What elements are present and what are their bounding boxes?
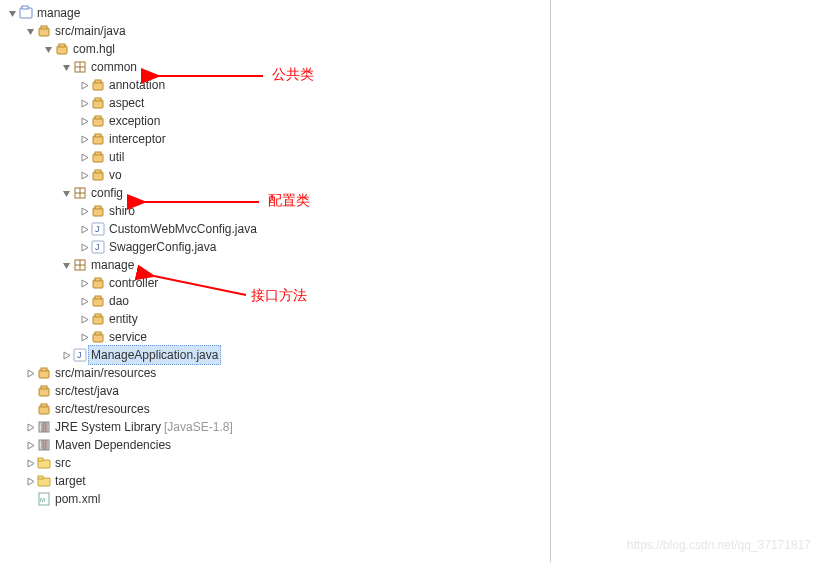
tree-item-exception[interactable]: exception [6, 112, 825, 130]
pkg-icon [90, 293, 106, 309]
tree-item-dao[interactable]: dao [6, 292, 825, 310]
pkg-icon [90, 77, 106, 93]
pkg-icon [90, 203, 106, 219]
pkg-icon [90, 167, 106, 183]
chevron-right-icon[interactable] [78, 153, 90, 162]
chevron-right-icon[interactable] [78, 243, 90, 252]
tree-item-manage[interactable]: manage [6, 4, 825, 22]
tree-item-src-main-resources[interactable]: src/main/resources [6, 364, 825, 382]
tree-item-label: src/test/java [55, 382, 119, 400]
tree-item-label: ManageApplication.java [88, 345, 221, 365]
tree-item-label: vo [109, 166, 122, 184]
tree-item-jre-system-library[interactable]: JRE System Library[JavaSE-1.8] [6, 418, 825, 436]
tree-item-util[interactable]: util [6, 148, 825, 166]
chevron-right-icon[interactable] [78, 99, 90, 108]
svg-rect-20 [95, 170, 101, 173]
chevron-right-icon[interactable] [78, 333, 90, 342]
tree-item-config[interactable]: config [6, 184, 825, 202]
tree-item-entity[interactable]: entity [6, 310, 825, 328]
tree-item-label: JRE System Library [55, 418, 161, 436]
chevron-down-icon[interactable] [60, 189, 72, 198]
chevron-right-icon[interactable] [78, 171, 90, 180]
svg-rect-16 [95, 134, 101, 137]
chevron-right-icon[interactable] [78, 135, 90, 144]
tree-item-src-main-java[interactable]: src/main/java [6, 22, 825, 40]
pane-divider[interactable] [550, 0, 551, 562]
watermark: https://blog.csdn.net/qq_37171817 [627, 538, 811, 552]
tree-item-annotation[interactable]: annotation [6, 76, 825, 94]
tree-item-com-hgl[interactable]: com.hgl [6, 40, 825, 58]
svg-rect-12 [95, 98, 101, 101]
svg-line-63 [154, 276, 246, 295]
chevron-down-icon[interactable] [60, 63, 72, 72]
pkg-icon [36, 401, 52, 417]
tree-item-src-test-java[interactable]: src/test/java [6, 382, 825, 400]
chevron-right-icon[interactable] [24, 441, 36, 450]
pkg-icon [90, 149, 106, 165]
svg-rect-51 [47, 422, 49, 432]
tree-item-label: Maven Dependencies [55, 436, 171, 454]
java-icon: J [72, 347, 88, 363]
svg-text:J: J [95, 242, 100, 252]
chevron-right-icon[interactable] [78, 297, 90, 306]
prj-icon [18, 5, 34, 21]
tree-item-maven-dependencies[interactable]: Maven Dependencies [6, 436, 825, 454]
tree-item-hint: [JavaSE-1.8] [164, 418, 233, 436]
chevron-right-icon[interactable] [78, 315, 90, 324]
chevron-down-icon[interactable] [60, 261, 72, 270]
svg-rect-44 [41, 368, 47, 371]
tree-item-src[interactable]: src [6, 454, 825, 472]
tree-item-shiro[interactable]: shiro [6, 202, 825, 220]
svg-rect-3 [41, 26, 47, 29]
chevron-right-icon[interactable] [78, 81, 90, 90]
chevron-right-icon[interactable] [78, 207, 90, 216]
annotation-config: 配置类 [268, 192, 310, 210]
fld-icon [36, 455, 52, 471]
chevron-down-icon[interactable] [24, 27, 36, 36]
tree-item-vo[interactable]: vo [6, 166, 825, 184]
chevron-right-icon[interactable] [24, 459, 36, 468]
tree-item-label: src/test/resources [55, 400, 150, 418]
lib-icon [36, 437, 52, 453]
svg-rect-48 [41, 404, 47, 407]
tree-item-label: CustomWebMvcConfig.java [109, 220, 257, 238]
svg-rect-52 [39, 440, 42, 450]
tree-item-label: exception [109, 112, 160, 130]
chevron-right-icon[interactable] [24, 369, 36, 378]
chevron-down-icon[interactable] [6, 9, 18, 18]
tree-item-manage[interactable]: manage [6, 256, 825, 274]
arrow-common [155, 67, 265, 85]
chevron-down-icon[interactable] [42, 45, 54, 54]
svg-rect-40 [95, 332, 101, 335]
svg-text:J: J [77, 350, 82, 360]
pkgsq-icon [72, 185, 88, 201]
svg-rect-18 [95, 152, 101, 155]
svg-rect-53 [43, 440, 46, 450]
tree-item-aspect[interactable]: aspect [6, 94, 825, 112]
tree-item-customwebmvcconfig-java[interactable]: JCustomWebMvcConfig.java [6, 220, 825, 238]
tree-item-manageapplication-java[interactable]: JManageApplication.java [6, 346, 825, 364]
tree-item-common[interactable]: common [6, 58, 825, 76]
tree-item-swaggerconfig-java[interactable]: JSwaggerConfig.java [6, 238, 825, 256]
svg-text:M: M [40, 497, 45, 503]
chevron-right-icon[interactable] [78, 225, 90, 234]
tree-item-controller[interactable]: controller [6, 274, 825, 292]
svg-rect-14 [95, 116, 101, 119]
tree-item-interceptor[interactable]: interceptor [6, 130, 825, 148]
chevron-right-icon[interactable] [24, 477, 36, 486]
project-tree[interactable]: managesrc/main/javacom.hglcommonannotati… [0, 0, 825, 508]
chevron-right-icon[interactable] [24, 423, 36, 432]
chevron-right-icon[interactable] [78, 117, 90, 126]
tree-item-src-test-resources[interactable]: src/test/resources [6, 400, 825, 418]
annotation-common: 公共类 [272, 66, 314, 84]
tree-item-target[interactable]: target [6, 472, 825, 490]
tree-item-label: interceptor [109, 130, 166, 148]
chevron-right-icon[interactable] [78, 279, 90, 288]
svg-rect-5 [59, 44, 65, 47]
tree-item-service[interactable]: service [6, 328, 825, 346]
pkg-icon [54, 41, 70, 57]
svg-text:J: J [95, 224, 100, 234]
tree-item-label: src/main/java [55, 22, 126, 40]
tree-item-pom-xml[interactable]: Mpom.xml [6, 490, 825, 508]
chevron-right-icon[interactable] [60, 351, 72, 360]
